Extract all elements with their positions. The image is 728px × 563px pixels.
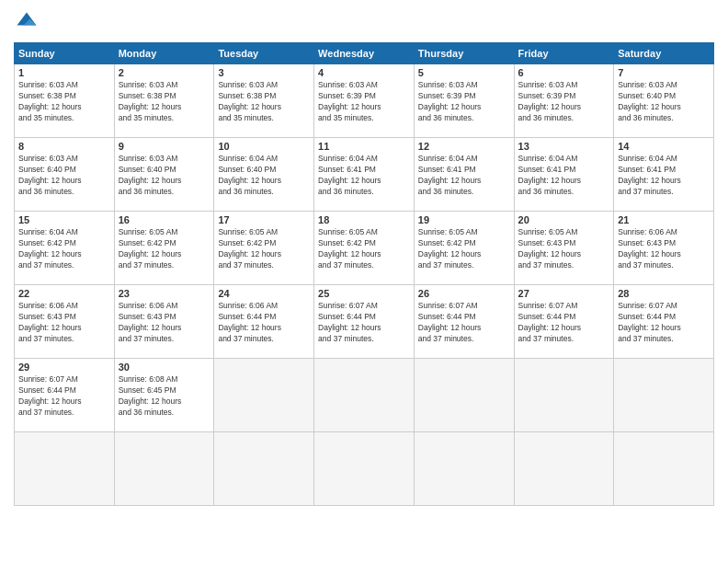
day-info: Sunrise: 6:03 AM Sunset: 6:38 PM Dayligh…: [218, 80, 310, 124]
calendar-cell: 4Sunrise: 6:03 AM Sunset: 6:39 PM Daylig…: [314, 64, 415, 138]
day-number: 15: [18, 214, 110, 225]
day-info: Sunrise: 6:04 AM Sunset: 6:41 PM Dayligh…: [518, 154, 610, 198]
day-number: 19: [418, 214, 510, 225]
day-number: 1: [18, 67, 110, 78]
day-info: Sunrise: 6:06 AM Sunset: 6:43 PM Dayligh…: [618, 227, 710, 271]
calendar-row: 15Sunrise: 6:04 AM Sunset: 6:42 PM Dayli…: [15, 212, 714, 285]
day-number: 14: [618, 141, 710, 152]
calendar-row: 29Sunrise: 6:07 AM Sunset: 6:44 PM Dayli…: [15, 359, 714, 432]
calendar-cell: 3Sunrise: 6:03 AM Sunset: 6:38 PM Daylig…: [214, 64, 314, 138]
day-info: Sunrise: 6:04 AM Sunset: 6:42 PM Dayligh…: [18, 227, 110, 271]
day-number: 5: [418, 67, 510, 78]
day-number: 24: [218, 288, 310, 299]
calendar-header-saturday: Saturday: [614, 43, 714, 64]
day-number: 22: [18, 288, 110, 299]
calendar-header-friday: Friday: [514, 43, 614, 64]
day-info: Sunrise: 6:04 AM Sunset: 6:41 PM Dayligh…: [318, 154, 410, 198]
calendar-cell: [414, 359, 514, 432]
day-info: Sunrise: 6:04 AM Sunset: 6:41 PM Dayligh…: [618, 154, 710, 198]
day-info: Sunrise: 6:03 AM Sunset: 6:40 PM Dayligh…: [618, 80, 710, 124]
calendar-cell: 9Sunrise: 6:03 AM Sunset: 6:40 PM Daylig…: [114, 138, 214, 212]
calendar-cell: 22Sunrise: 6:06 AM Sunset: 6:43 PM Dayli…: [15, 285, 115, 359]
day-number: 20: [518, 214, 610, 225]
calendar-cell: 14Sunrise: 6:04 AM Sunset: 6:41 PM Dayli…: [614, 138, 714, 212]
day-number: 8: [18, 141, 110, 152]
logo: [14, 9, 43, 35]
day-number: 30: [119, 362, 210, 373]
calendar-cell: 18Sunrise: 6:05 AM Sunset: 6:42 PM Dayli…: [314, 212, 415, 285]
calendar-cell: [214, 432, 314, 506]
day-number: 17: [218, 214, 310, 225]
calendar-cell: [314, 432, 415, 506]
day-info: Sunrise: 6:03 AM Sunset: 6:40 PM Dayligh…: [18, 154, 110, 198]
day-info: Sunrise: 6:03 AM Sunset: 6:40 PM Dayligh…: [119, 154, 210, 198]
calendar-row: 22Sunrise: 6:06 AM Sunset: 6:43 PM Dayli…: [15, 285, 714, 359]
calendar-cell: 20Sunrise: 6:05 AM Sunset: 6:43 PM Dayli…: [514, 212, 614, 285]
calendar-cell: 25Sunrise: 6:07 AM Sunset: 6:44 PM Dayli…: [314, 285, 415, 359]
calendar-cell: 17Sunrise: 6:05 AM Sunset: 6:42 PM Dayli…: [214, 212, 314, 285]
day-number: 23: [119, 288, 210, 299]
calendar-header-monday: Monday: [114, 43, 214, 64]
logo-icon: [14, 9, 40, 35]
calendar-header-thursday: Thursday: [414, 43, 514, 64]
day-info: Sunrise: 6:05 AM Sunset: 6:43 PM Dayligh…: [518, 227, 610, 271]
day-number: 16: [119, 214, 210, 225]
day-number: 7: [618, 67, 710, 78]
day-info: Sunrise: 6:06 AM Sunset: 6:43 PM Dayligh…: [18, 301, 110, 345]
calendar-cell: 8Sunrise: 6:03 AM Sunset: 6:40 PM Daylig…: [15, 138, 115, 212]
day-number: 11: [318, 141, 410, 152]
day-info: Sunrise: 6:04 AM Sunset: 6:41 PM Dayligh…: [418, 154, 510, 198]
calendar-header-tuesday: Tuesday: [214, 43, 314, 64]
day-info: Sunrise: 6:03 AM Sunset: 6:38 PM Dayligh…: [18, 80, 110, 124]
calendar-cell: [214, 359, 314, 432]
calendar-cell: 2Sunrise: 6:03 AM Sunset: 6:38 PM Daylig…: [114, 64, 214, 138]
day-info: Sunrise: 6:03 AM Sunset: 6:38 PM Dayligh…: [119, 80, 210, 124]
calendar-cell: 7Sunrise: 6:03 AM Sunset: 6:40 PM Daylig…: [614, 64, 714, 138]
calendar-cell: 6Sunrise: 6:03 AM Sunset: 6:39 PM Daylig…: [514, 64, 614, 138]
day-info: Sunrise: 6:07 AM Sunset: 6:44 PM Dayligh…: [618, 301, 710, 345]
calendar-cell: 1Sunrise: 6:03 AM Sunset: 6:38 PM Daylig…: [15, 64, 115, 138]
day-number: 25: [318, 288, 410, 299]
day-number: 27: [518, 288, 610, 299]
calendar-cell: [514, 432, 614, 506]
calendar-cell: 11Sunrise: 6:04 AM Sunset: 6:41 PM Dayli…: [314, 138, 415, 212]
day-number: 2: [119, 67, 210, 78]
day-info: Sunrise: 6:05 AM Sunset: 6:42 PM Dayligh…: [218, 227, 310, 271]
day-number: 28: [618, 288, 710, 299]
calendar-cell: 30Sunrise: 6:08 AM Sunset: 6:45 PM Dayli…: [114, 359, 214, 432]
day-info: Sunrise: 6:08 AM Sunset: 6:45 PM Dayligh…: [119, 374, 210, 419]
calendar-cell: 16Sunrise: 6:05 AM Sunset: 6:42 PM Dayli…: [114, 212, 214, 285]
calendar-cell: 29Sunrise: 6:07 AM Sunset: 6:44 PM Dayli…: [15, 359, 115, 432]
header: [14, 9, 714, 35]
day-number: 26: [418, 288, 510, 299]
day-info: Sunrise: 6:05 AM Sunset: 6:42 PM Dayligh…: [119, 227, 210, 271]
day-number: 29: [18, 362, 110, 373]
day-number: 3: [218, 67, 310, 78]
day-info: Sunrise: 6:07 AM Sunset: 6:44 PM Dayligh…: [318, 301, 410, 345]
day-info: Sunrise: 6:06 AM Sunset: 6:43 PM Dayligh…: [119, 301, 210, 345]
calendar-cell: [414, 432, 514, 506]
calendar-cell: 21Sunrise: 6:06 AM Sunset: 6:43 PM Dayli…: [614, 212, 714, 285]
calendar-header-row: SundayMondayTuesdayWednesdayThursdayFrid…: [15, 43, 714, 64]
day-info: Sunrise: 6:07 AM Sunset: 6:44 PM Dayligh…: [518, 301, 610, 345]
calendar-cell: [314, 359, 415, 432]
calendar-cell: [614, 432, 714, 506]
calendar-cell: [15, 432, 115, 506]
day-number: 10: [218, 141, 310, 152]
day-number: 4: [318, 67, 410, 78]
day-info: Sunrise: 6:04 AM Sunset: 6:40 PM Dayligh…: [218, 154, 310, 198]
day-number: 21: [618, 214, 710, 225]
calendar-header-sunday: Sunday: [15, 43, 115, 64]
day-info: Sunrise: 6:03 AM Sunset: 6:39 PM Dayligh…: [418, 80, 510, 124]
day-info: Sunrise: 6:07 AM Sunset: 6:44 PM Dayligh…: [18, 374, 110, 419]
calendar-cell: 12Sunrise: 6:04 AM Sunset: 6:41 PM Dayli…: [414, 138, 514, 212]
calendar-cell: 23Sunrise: 6:06 AM Sunset: 6:43 PM Dayli…: [114, 285, 214, 359]
day-info: Sunrise: 6:07 AM Sunset: 6:44 PM Dayligh…: [418, 301, 510, 345]
calendar-cell: 28Sunrise: 6:07 AM Sunset: 6:44 PM Dayli…: [614, 285, 714, 359]
calendar-cell: [614, 359, 714, 432]
day-number: 12: [418, 141, 510, 152]
day-number: 13: [518, 141, 610, 152]
calendar-cell: 19Sunrise: 6:05 AM Sunset: 6:42 PM Dayli…: [414, 212, 514, 285]
page: SundayMondayTuesdayWednesdayThursdayFrid…: [0, 0, 728, 563]
calendar-table: SundayMondayTuesdayWednesdayThursdayFrid…: [14, 42, 714, 506]
